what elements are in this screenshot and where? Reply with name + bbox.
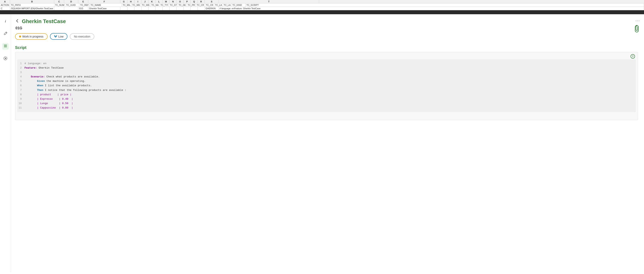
col-J: J xyxy=(142,0,148,3)
spreadsheet-header-row: ACTION TC_PATH TC_NUM TC_UUID TC_REF TC_… xyxy=(0,3,644,7)
page-title: Gherkin TestCase xyxy=(22,18,66,24)
wip-badge-label: Work in progress xyxy=(22,35,44,38)
wip-dot-icon xyxy=(19,35,21,37)
main-layout: i xyxy=(0,14,644,272)
cell-row2-R xyxy=(198,7,205,10)
attachment-icon[interactable] xyxy=(634,25,640,34)
cell-row1-R: TC_LA xyxy=(223,3,232,7)
cell-row2-A: C xyxy=(0,7,10,10)
cell-row2-L xyxy=(156,7,162,10)
code-line-10: 10 | Lungo | 0.50 | xyxy=(17,101,636,106)
col-F: F xyxy=(88,0,120,3)
code-block: 1 # language: en 2 Feature: Gherkin Test… xyxy=(17,59,636,112)
cell-row1-M: TC_DE xyxy=(178,3,187,7)
cell-row2-O xyxy=(176,7,184,10)
cell-row1-A: ACTION xyxy=(0,3,10,7)
script-help-icon[interactable]: ? xyxy=(630,54,635,60)
spreadsheet-data-row: C /SQUASH IMPORT (EN)/Gherkin TestCase 0… xyxy=(0,7,644,10)
cell-row1-E: TC_REF xyxy=(79,3,90,7)
col-I: I xyxy=(134,0,142,3)
col-P: P xyxy=(184,0,191,3)
code-line-11: 11 | Cappuccino | 0.80 | xyxy=(17,106,636,110)
spreadsheet-section: A B C D E F G H I J K L M N O P Q R S T … xyxy=(0,0,644,11)
tc-reference: 01G xyxy=(16,26,638,30)
cell-row2-T: # language: enFeature: Gherkin TestCase xyxy=(219,7,644,10)
col-S: S xyxy=(205,0,219,3)
code-line-2: 2 Feature: Gherkin TestCase xyxy=(17,66,636,70)
sidebar-item-play[interactable] xyxy=(2,55,9,62)
page-header-row: Gherkin TestCase xyxy=(15,18,638,24)
left-sidebar: i xyxy=(0,14,11,272)
col-A: A xyxy=(0,0,10,3)
cell-row1-P: TC_CR xyxy=(205,3,214,7)
cell-row1-T: TC_SCRIPT xyxy=(246,3,644,7)
wip-status-badge[interactable]: Work in progress xyxy=(15,33,48,40)
code-line-4: 4 Scenario: Check what products are avai… xyxy=(17,75,636,79)
cell-row1-Q: TC_LA xyxy=(214,3,223,7)
script-container: ? 1 # language: en 2 Feature: Gherkin Te… xyxy=(15,52,638,120)
svg-text:?: ? xyxy=(632,55,634,58)
cell-row1-D: TC_UUID xyxy=(65,3,79,7)
cell-row1-J: TC_NA xyxy=(150,3,160,7)
cell-row1-I: TC_WE xyxy=(141,3,151,7)
code-line-3: 3 xyxy=(17,70,636,75)
cell-row1-O: TC_CR xyxy=(196,3,205,7)
svg-marker-4 xyxy=(5,57,6,59)
dark-separator-bar xyxy=(0,11,644,14)
cell-row2-E: 01G xyxy=(78,7,88,10)
main-content: ··· Gherkin TestCase 01G Work in progres… xyxy=(11,14,644,272)
column-headers-row: A B C D E F G H I J K L M N O P Q R S T xyxy=(0,0,644,3)
col-K: K xyxy=(148,0,156,3)
sidebar-item-edit[interactable] xyxy=(2,31,9,37)
code-line-8: 8 | product | price | xyxy=(17,92,636,97)
col-C: C xyxy=(54,0,64,3)
col-R: R xyxy=(198,0,205,3)
cell-row2-N xyxy=(170,7,176,10)
col-H: H xyxy=(128,0,134,3)
cell-row2-B: /SQUASH IMPORT (EN)/Gherkin TestCase xyxy=(10,7,54,10)
priority-badge[interactable]: Low xyxy=(50,33,68,40)
col-Q: Q xyxy=(191,0,198,3)
code-line-9: 9 | Expresso | 0.40 | xyxy=(17,97,636,101)
noexec-badge-label: No execution xyxy=(74,35,90,38)
col-T: T xyxy=(219,0,319,3)
col-B: B xyxy=(10,0,54,3)
more-options-button[interactable]: ··· xyxy=(635,18,640,23)
execution-status-badge[interactable]: No execution xyxy=(70,33,94,40)
col-G: G xyxy=(120,0,128,3)
cell-row1-S: TC_KIND xyxy=(232,3,246,7)
cell-row1-G: TC_MIL xyxy=(122,3,132,7)
cell-row2-S: GHERKIN xyxy=(205,7,219,10)
sidebar-item-list[interactable] xyxy=(2,43,9,49)
top-right-actions: ··· xyxy=(634,18,640,34)
sidebar-item-info[interactable]: i xyxy=(2,18,9,25)
col-E: E xyxy=(78,0,88,3)
cell-row2-D xyxy=(64,7,78,10)
cell-row1-C: TC_NUM xyxy=(54,3,66,7)
cell-row1-N: TC_PR xyxy=(187,3,196,7)
priority-icon xyxy=(54,35,57,38)
cell-row2-P xyxy=(184,7,191,10)
cell-row2-C xyxy=(54,7,64,10)
cell-row2-Q xyxy=(191,7,198,10)
cell-row1-B: TC_PATH xyxy=(10,3,54,7)
col-O: O xyxy=(176,0,184,3)
cell-row2-F: Gherkin TestCase xyxy=(88,7,120,10)
cell-row1-F: TC_NAME xyxy=(90,3,122,7)
script-section-title: Script xyxy=(15,45,638,50)
edit-icon xyxy=(4,31,8,36)
cell-row2-K xyxy=(148,7,156,10)
list-icon xyxy=(4,44,8,49)
code-line-1: 1 # language: en xyxy=(17,61,636,66)
cell-row1-H: TC_WE xyxy=(132,3,141,7)
cell-row1-K: TC_TYI xyxy=(160,3,169,7)
cell-row2-M xyxy=(162,7,170,10)
back-button[interactable] xyxy=(15,19,20,24)
cell-row2-I xyxy=(134,7,142,10)
col-M: M xyxy=(162,0,170,3)
cell-row1-L: TC_ST xyxy=(169,3,178,7)
code-line-7: 7 Then I notice that the following produ… xyxy=(17,88,636,92)
col-D: D xyxy=(64,0,78,3)
cell-row2-J xyxy=(142,7,148,10)
script-section: Script ? 1 # language: en xyxy=(15,45,638,120)
